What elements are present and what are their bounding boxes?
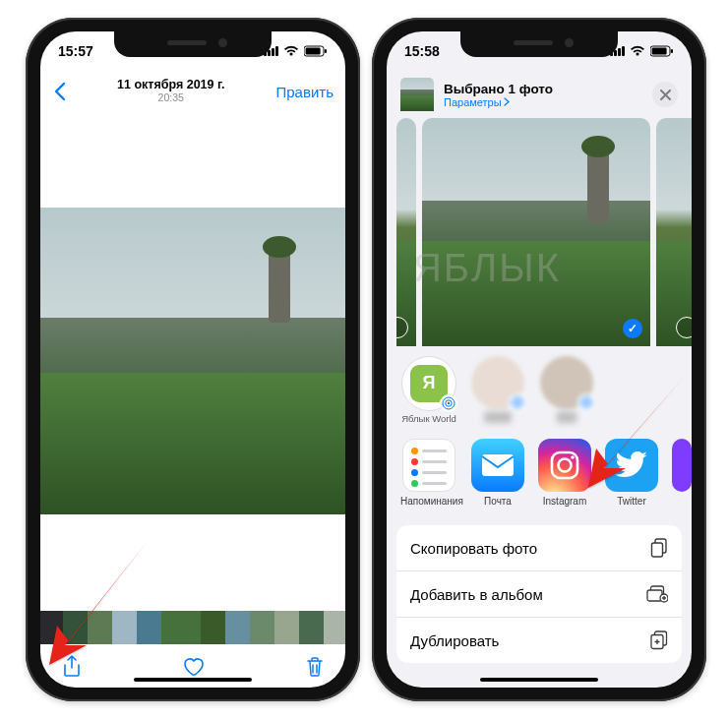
app-label: Напоминания: [400, 496, 463, 507]
action-label: Добавить в альбом: [410, 586, 543, 603]
phone-right: 15:58 Выбрано 1 фото Параметры: [372, 18, 706, 701]
canvas: 15:57 11 октября 2019 г. 20:35 Править: [0, 0, 728, 720]
mail-icon: [481, 453, 515, 477]
wifi-icon: [283, 45, 299, 57]
svg-rect-2: [325, 49, 327, 53]
svg-point-8: [448, 402, 450, 404]
battery-icon: [650, 45, 674, 57]
selected-photo[interactable]: [422, 118, 650, 346]
share-options-button[interactable]: Параметры: [444, 96, 553, 108]
share-thumbnail: [400, 78, 434, 111]
back-button[interactable]: [52, 82, 66, 101]
nav-title: 11 октября 2019 г. 20:35: [117, 79, 224, 103]
duplicate-icon: [650, 630, 668, 650]
app-label: Почта: [484, 496, 512, 507]
app-reminders[interactable]: Напоминания: [400, 439, 457, 517]
airdrop-icon: [440, 394, 457, 412]
action-duplicate[interactable]: Дублировать: [396, 618, 682, 663]
nav-bar: 11 октября 2019 г. 20:35 Править: [40, 71, 345, 112]
favorite-button[interactable]: [183, 657, 205, 677]
app-mail[interactable]: Почта: [471, 439, 524, 517]
share-header-text: Выбрано 1 фото Параметры: [444, 82, 553, 108]
copy-icon: [650, 538, 668, 558]
close-button[interactable]: [652, 82, 678, 107]
app-label: Instagram: [543, 496, 586, 507]
status-icons: [610, 45, 674, 57]
notch: [114, 31, 272, 57]
watermark: ЯБЛЫК: [413, 246, 561, 290]
app-label: Twitter: [617, 496, 645, 507]
svg-rect-5: [671, 49, 673, 53]
selected-check-icon: [623, 319, 642, 338]
airdrop-contact[interactable]: ████: [469, 356, 526, 431]
share-options-label: Параметры: [444, 96, 502, 108]
action-list: Скопировать фото Добавить в альбом Дубли…: [396, 525, 682, 663]
action-copy[interactable]: Скопировать фото: [396, 525, 682, 571]
wifi-icon: [630, 45, 645, 57]
share-photo-selector[interactable]: [396, 118, 692, 346]
airdrop-contact[interactable]: Я Яблык World: [400, 356, 457, 431]
main-photo: [40, 208, 345, 514]
close-icon: [660, 90, 671, 100]
status-icons: [264, 45, 328, 57]
nav-subtitle: 20:35: [117, 92, 224, 104]
battery-icon: [304, 45, 328, 57]
status-time: 15:58: [404, 43, 440, 59]
svg-point-11: [516, 401, 518, 403]
svg-rect-1: [306, 48, 321, 55]
nav-date: 11 октября 2019 г.: [117, 79, 224, 92]
svg-rect-15: [482, 454, 514, 476]
airdrop-contact-label: Яблык World: [401, 413, 456, 424]
share-header: Выбрано 1 фото Параметры: [387, 71, 692, 118]
share-title: Выбрано 1 фото: [444, 82, 553, 96]
chevron-right-icon: [504, 97, 510, 106]
svg-rect-20: [652, 543, 663, 557]
trash-button[interactable]: [306, 656, 324, 678]
home-indicator[interactable]: [480, 678, 598, 682]
svg-rect-4: [652, 48, 667, 55]
annotation-arrow: [30, 531, 157, 669]
annotation-arrow: [569, 364, 697, 492]
airdrop-icon: [509, 393, 526, 411]
action-label: Скопировать фото: [410, 540, 537, 557]
notch: [460, 31, 618, 57]
status-time: 15:57: [58, 43, 93, 59]
home-indicator[interactable]: [134, 678, 252, 682]
action-add-album[interactable]: Добавить в альбом: [396, 571, 682, 618]
album-icon: [646, 585, 668, 603]
action-label: Дублировать: [410, 632, 499, 649]
edit-button[interactable]: Править: [275, 84, 334, 100]
screen-right: 15:58 Выбрано 1 фото Параметры: [387, 31, 692, 688]
